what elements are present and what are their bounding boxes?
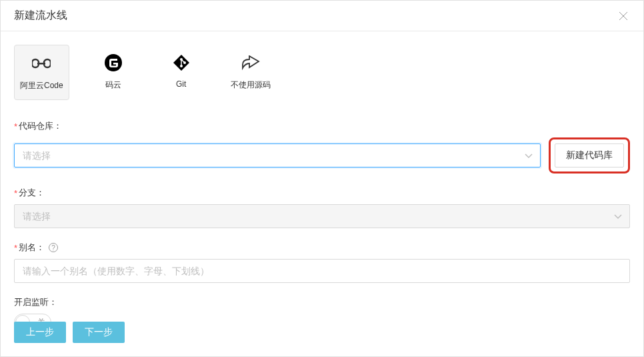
alias-input[interactable] [14, 259, 630, 283]
repo-select-wrap [14, 143, 541, 167]
branch-select-wrap [14, 204, 630, 228]
branch-label-text: 分支： [19, 187, 45, 199]
prev-button[interactable]: 上一步 [14, 322, 66, 343]
alias-label: * 别名： ? [14, 242, 630, 254]
form-group-repo: * 代码仓库： 新建代码库 [14, 120, 630, 173]
repo-label-text: 代码仓库： [19, 120, 62, 132]
source-tab-git[interactable]: Git [157, 45, 205, 100]
repo-select[interactable] [14, 143, 541, 167]
branch-select[interactable] [14, 204, 630, 228]
svg-rect-2 [37, 63, 45, 65]
source-tab-label: 码云 [105, 79, 121, 91]
modal-header: 新建流水线 [1, 1, 643, 31]
share-icon [241, 53, 261, 73]
next-button[interactable]: 下一步 [73, 322, 125, 343]
new-repo-button[interactable]: 新建代码库 [555, 143, 624, 167]
form-group-branch: * 分支： [14, 187, 630, 228]
source-tab-label: 阿里云Code [20, 80, 63, 91]
close-icon [619, 11, 628, 21]
alias-label-text: 别名： [19, 242, 45, 254]
source-tab-no-source[interactable]: 不使用源码 [225, 45, 276, 100]
required-mark: * [14, 188, 17, 198]
listen-label-text: 开启监听： [14, 296, 57, 308]
modal-body: 阿里云Code 码云 [1, 31, 643, 357]
git-icon [171, 53, 191, 73]
modal-footer: 上一步 下一步 [14, 322, 125, 343]
required-mark: * [14, 121, 17, 131]
listen-label: 开启监听： [14, 296, 630, 308]
help-icon[interactable]: ? [49, 243, 58, 252]
repo-label: * 代码仓库： [14, 120, 630, 132]
modal-dialog: 新建流水线 阿里云Code [0, 0, 644, 357]
highlight-annotation: 新建代码库 [549, 137, 630, 173]
form-group-alias: * 别名： ? [14, 242, 630, 283]
source-tab-gitee[interactable]: 码云 [89, 45, 137, 100]
source-tabs: 阿里云Code 码云 [14, 45, 630, 100]
gitee-icon [103, 53, 123, 73]
aliyun-code-icon [31, 53, 51, 73]
close-button[interactable] [617, 9, 630, 23]
source-tab-label: Git [176, 79, 186, 89]
source-tab-aliyun-code[interactable]: 阿里云Code [14, 45, 69, 100]
required-mark: * [14, 243, 17, 253]
source-tab-label: 不使用源码 [231, 79, 271, 91]
repo-row: 新建代码库 [14, 137, 630, 173]
modal-title: 新建流水线 [14, 9, 67, 23]
branch-label: * 分支： [14, 187, 630, 199]
